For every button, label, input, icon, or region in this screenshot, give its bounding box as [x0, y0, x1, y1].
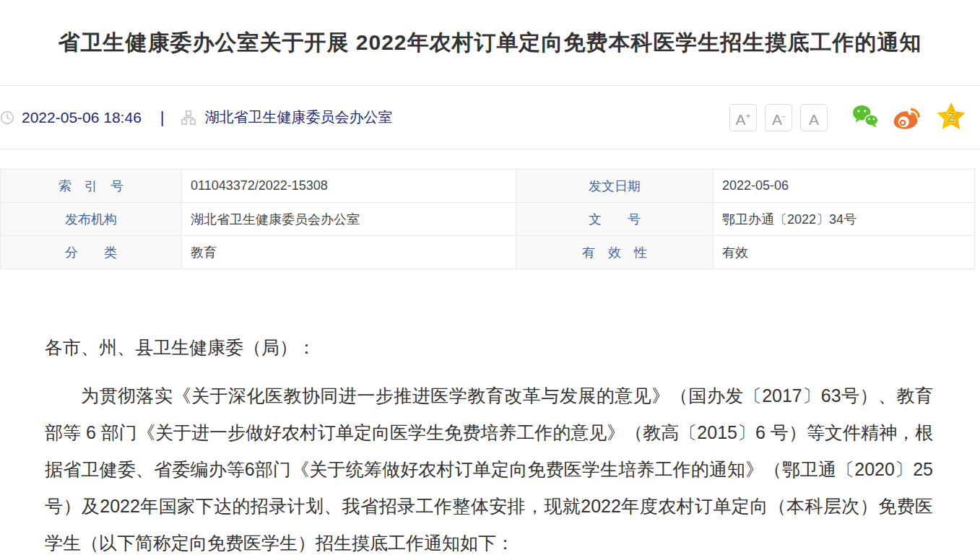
font-default-label: A	[809, 112, 819, 127]
publisher-value: 湖北省卫生健康委员会办公室	[182, 203, 516, 236]
table-row: 索 引 号 011043372/2022-15308 发文日期 2022-05-…	[1, 170, 975, 203]
table-row: 分 类 教育 有 效 性 有效	[1, 236, 975, 269]
table-row: 发布机构 湖北省卫生健康委员会办公室 文 号 鄂卫办通〔2022〕34号	[1, 203, 975, 236]
font-increase-button[interactable]: A+	[729, 104, 757, 131]
font-decrease-label: A	[772, 112, 782, 127]
salutation: 各市、州、县卫生健康委（局）：	[45, 336, 933, 359]
font-decrease-sign: -	[782, 112, 785, 121]
publisher-label: 发布机构	[1, 203, 182, 236]
doc-number-value: 鄂卫办通〔2022〕34号	[714, 203, 975, 236]
index-number-label: 索 引 号	[1, 170, 182, 203]
category-label: 分 类	[1, 236, 182, 269]
validity-value: 有效	[714, 236, 975, 269]
doc-number-label: 文 号	[516, 203, 714, 236]
article-body: 各市、州、县卫生健康委（局）： 为贯彻落实《关于深化医教协同进一步推进医学教育改…	[45, 336, 933, 555]
issue-date-value: 2022-05-06	[714, 170, 975, 203]
publish-datetime: 2022-05-06 18:46	[22, 109, 142, 126]
article-header: 省卫生健康委办公室关于开展 2022年农村订单定向免费本科医学生招生摸底工作的通…	[0, 0, 980, 86]
font-increase-label: A	[735, 112, 745, 127]
meta-bar: 2022-05-06 18:46 | 湖北省卫生健康委员会办公室 A+ A- A	[0, 86, 980, 149]
svg-text:Z: Z	[947, 110, 955, 125]
font-decrease-button[interactable]: A-	[765, 104, 792, 131]
document-info-table: 索 引 号 011043372/2022-15308 发文日期 2022-05-…	[0, 169, 980, 269]
meta-left: 2022-05-06 18:46 | 湖北省卫生健康委员会办公室	[0, 108, 393, 127]
page-title: 省卫生健康委办公室关于开展 2022年农村订单定向免费本科医学生招生摸底工作的通…	[58, 28, 922, 58]
weibo-share-button[interactable]	[892, 103, 921, 132]
weibo-icon	[892, 103, 921, 132]
wechat-icon	[851, 103, 879, 131]
publish-source: 湖北省卫生健康委员会办公室	[205, 108, 393, 127]
validity-label: 有 效 性	[516, 236, 714, 269]
category-value: 教育	[182, 236, 516, 269]
index-number-value: 011043372/2022-15308	[182, 170, 516, 203]
meta-right: A+ A- A	[721, 102, 966, 133]
qzone-star-icon: Z	[937, 102, 966, 133]
separator: |	[160, 108, 165, 127]
wechat-share-button[interactable]	[851, 103, 879, 131]
font-increase-sign: +	[746, 112, 751, 121]
qzone-share-button[interactable]: Z	[937, 102, 966, 133]
clock-icon	[0, 110, 14, 125]
org-icon	[181, 110, 196, 126]
body-paragraph: 为贯彻落实《关于深化医教协同进一步推进医学教育改革与发展的意见》（国办发〔201…	[45, 377, 933, 555]
font-default-button[interactable]: A	[800, 104, 828, 131]
issue-date-label: 发文日期	[516, 170, 714, 203]
